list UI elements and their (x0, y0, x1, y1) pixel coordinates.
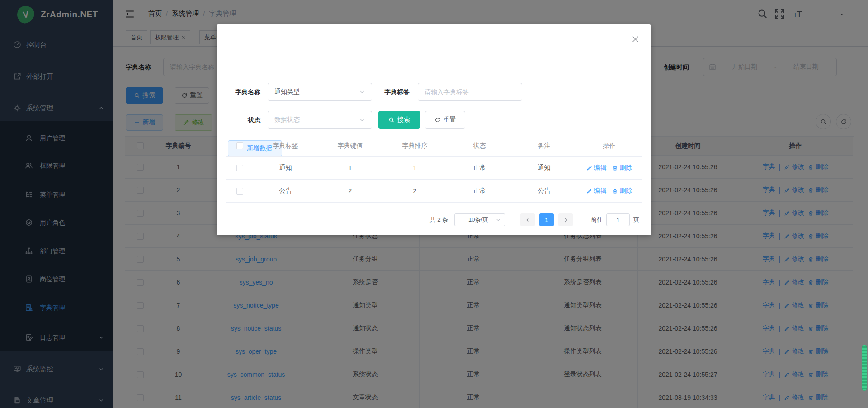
edit-link[interactable]: 编辑 (586, 164, 607, 172)
modal-dict-tag-label: 字典标签 (378, 83, 410, 101)
goto-prefix: 前往 (591, 216, 603, 224)
page-number-1[interactable]: 1 (539, 213, 554, 226)
chevron-right-icon (563, 218, 568, 223)
modal-dict-name-label: 字典名称 (229, 83, 260, 101)
page-size-select[interactable]: 10条/页 (454, 213, 505, 226)
modal-table-row (226, 157, 253, 180)
modal-search-button[interactable]: 搜索 (378, 111, 420, 129)
edit-link[interactable]: 编辑 (586, 187, 607, 195)
modal-header-select-all (226, 136, 253, 157)
prev-page-button[interactable] (520, 213, 535, 226)
modal-table-row (226, 180, 253, 203)
row-checkbox[interactable] (236, 188, 243, 195)
scrollbar-thumb[interactable] (862, 345, 867, 391)
modal-reset-button[interactable]: 重置 (425, 111, 465, 129)
delete-link[interactable]: 删除 (612, 164, 632, 172)
dict-data-modal: 字典名称 通知类型 字典标签 状态 数据状态 搜索 重置 新增数据 字典 (217, 24, 651, 235)
next-page-button[interactable] (558, 213, 573, 226)
modal-dict-tag-input[interactable] (418, 83, 522, 101)
chevron-down-icon (359, 117, 365, 123)
row-checkbox[interactable] (236, 165, 243, 171)
goto-suffix: 页 (633, 216, 639, 224)
search-icon (388, 117, 395, 123)
pagination: 共 2 条 10条/页 1 前往 页 (430, 213, 639, 226)
pencil-icon (586, 165, 592, 171)
refresh-icon (434, 117, 441, 123)
app-window: V ZrAdmin.NET 控制台 外部打开 系统管理 用户管理 权限管理 菜单… (0, 0, 868, 408)
select-all-checkbox[interactable] (236, 142, 243, 149)
modal-status-label: 状态 (229, 111, 260, 129)
delete-link[interactable]: 删除 (612, 187, 632, 195)
chevron-down-icon (495, 217, 501, 223)
goto-page-input[interactable] (606, 213, 630, 226)
chevron-left-icon (525, 218, 530, 223)
selected-dict-name: 通知类型 (274, 88, 359, 96)
modal-dict-name-select[interactable]: 通知类型 (268, 83, 372, 101)
total-count: 共 2 条 (430, 216, 448, 224)
chevron-down-icon (359, 89, 365, 95)
trash-icon (612, 165, 618, 171)
pencil-icon (586, 188, 592, 194)
modal-status-select[interactable]: 数据状态 (268, 111, 372, 129)
dict-data-table: 字典标签 字典键值 字典排序 状态 备注 操作 通知 1 1 正常 通知 编辑删… (226, 136, 642, 203)
status-placeholder: 数据状态 (274, 116, 359, 124)
trash-icon (612, 188, 618, 194)
close-icon[interactable] (632, 35, 639, 43)
